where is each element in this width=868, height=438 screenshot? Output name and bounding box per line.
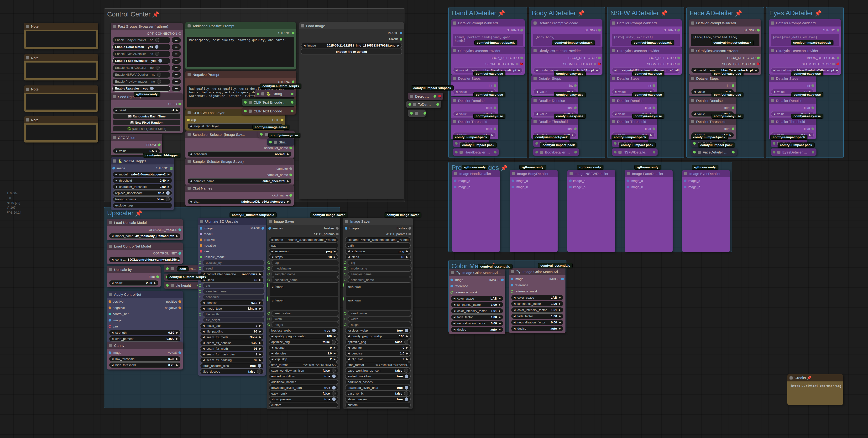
output-dot-mask[interactable] [400, 38, 402, 40]
widget-slot-scheduler-name[interactable]: scheduler_name [348, 277, 411, 283]
decrement-arrow[interactable]: ◀ [115, 173, 117, 176]
decrement-arrow[interactable]: ◀ [773, 90, 775, 93]
input-dot-image-a[interactable] [626, 179, 629, 182]
input-dot-sampler-name[interactable] [268, 273, 270, 275]
widget-custom[interactable]: custom [269, 402, 338, 408]
widget-filename[interactable]: filename%time_%basemodelname_%seed [269, 237, 338, 242]
collapse-box[interactable] [771, 77, 774, 80]
input-dot-positive[interactable] [108, 300, 111, 303]
collapse-box[interactable] [170, 284, 174, 287]
jump-to-group-arrow[interactable]: ➡ [172, 51, 181, 57]
increment-arrow[interactable]: ▶ [176, 363, 178, 367]
widget-filename[interactable]: filename%time_%basemodelname_%seed [345, 237, 411, 242]
toggle-dot[interactable] [332, 398, 336, 401]
collapsed-input-dot[interactable] [455, 142, 458, 145]
widget-easy-remix[interactable]: easy_remixfalse [345, 391, 411, 396]
widget-seam-fix-padding[interactable]: ◀seam_fix_padding32▶ [200, 357, 264, 363]
collapsed-output-dot[interactable] [812, 151, 814, 153]
input-dot-width[interactable] [344, 318, 346, 320]
decrement-arrow[interactable]: ◀ [112, 357, 113, 360]
increment-arrow[interactable]: ▶ [259, 335, 261, 339]
text-widget[interactable] [26, 31, 96, 47]
widget-color-space[interactable]: ◀color_spaceLAB▶ [511, 295, 563, 300]
increment-arrow[interactable]: ▶ [287, 152, 289, 156]
input-dot-cfg[interactable] [268, 261, 270, 264]
group-toggle-enable-face-adetailer[interactable]: Enable Face ADetaileryes [113, 58, 170, 64]
input-dot-clip[interactable] [187, 119, 190, 121]
decrement-arrow[interactable]: ◀ [203, 301, 205, 304]
output-dot-int[interactable] [653, 84, 655, 87]
output-dot-segm-detector[interactable] [594, 63, 596, 65]
widget-slot-modelname[interactable]: modelname [272, 266, 339, 271]
input-dot-image[interactable] [108, 319, 111, 322]
collapse-box[interactable] [533, 77, 536, 80]
increment-arrow[interactable]: ▶ [334, 334, 336, 338]
node-note-3[interactable]: Note [24, 85, 98, 112]
output-dot-ckpt-name[interactable] [289, 194, 292, 197]
node-header[interactable]: 🐍WD14 Tagger [111, 157, 174, 165]
collapse-box[interactable] [413, 103, 416, 106]
widget-slot-sampler-name[interactable]: sampler_name [348, 271, 411, 277]
widget-steps[interactable]: ◀steps18▶ [345, 254, 411, 260]
output-dot-float[interactable] [732, 127, 734, 130]
node-header[interactable]: Detailer Threshold [451, 118, 498, 125]
node-body-adetailer-detector[interactable]: UltralyticsDetectorProviderBBOX_DETECTOR… [531, 47, 602, 75]
decrement-arrow[interactable]: ◀ [693, 112, 695, 116]
collapsed-input-dot[interactable] [614, 142, 617, 145]
toggle-dot[interactable] [155, 45, 158, 49]
node-header[interactable]: Image Saver [343, 218, 413, 225]
decrement-arrow[interactable]: ◀ [614, 112, 616, 116]
decrement-arrow[interactable]: ◀ [773, 112, 775, 116]
collapse-box[interactable] [627, 172, 630, 175]
toggle-dot[interactable] [404, 340, 408, 344]
collapsed-input-dot[interactable] [408, 103, 411, 106]
decrement-arrow[interactable]: ◀ [536, 69, 538, 72]
node-header[interactable]: Note [24, 85, 98, 93]
jump-to-group-arrow[interactable]: ➡ [172, 65, 181, 71]
collapse-box[interactable] [533, 120, 536, 123]
jump-to-group-arrow[interactable]: ➡ [172, 58, 181, 64]
collapsed-output-dot[interactable] [291, 101, 293, 104]
node-header[interactable]: HandDetailer (pipe) [453, 148, 499, 156]
input-dot-tile-width[interactable] [199, 313, 202, 316]
node-image-saver-1[interactable]: Image Saverimageshashesa1111_paramsfilen… [267, 218, 340, 409]
decrement-arrow[interactable]: ◀ [536, 112, 538, 116]
collapsed-input-dot[interactable] [773, 142, 775, 145]
widget-mode-type[interactable]: ◀mode_typeLinear▶ [200, 306, 264, 311]
decrement-arrow[interactable]: ◀ [514, 321, 515, 324]
widget-slot-upscale-by[interactable]: upscale_by [203, 260, 265, 265]
input-dot-image[interactable] [113, 167, 115, 170]
collapse-box[interactable] [771, 22, 774, 25]
increment-arrow[interactable]: ▶ [259, 330, 261, 333]
node-header[interactable]: Note [24, 54, 98, 61]
node-image-color-match-1[interactable]: 🔧Image Color Match Ad...imageIMAGErefere… [449, 269, 505, 334]
node-header[interactable]: Image Saver [267, 218, 340, 225]
decrement-arrow[interactable]: ◀ [112, 282, 113, 285]
output-dot-segm-detector[interactable] [752, 63, 755, 65]
output-dot-image[interactable] [400, 32, 402, 34]
widget-optimize-png[interactable]: optimize_pngfalse [269, 339, 338, 345]
increment-arrow[interactable]: ▶ [499, 297, 501, 300]
group-toggle-enable-body-adetailer[interactable]: Enable Body ADetailerno [113, 37, 170, 43]
increment-arrow[interactable]: ▶ [809, 134, 811, 137]
node-load-upscale-model[interactable]: Load Upscale ModelUPSCALE_MODEL◀model_na… [107, 219, 183, 240]
decrement-arrow[interactable]: ◀ [348, 357, 349, 361]
output-dot-int[interactable] [574, 84, 577, 87]
input-dot-seed-value[interactable] [268, 312, 270, 315]
input-dot-upscale-by[interactable] [199, 261, 202, 264]
input-dot-image[interactable] [451, 279, 453, 281]
widget-slot-cfg[interactable]: cfg [203, 283, 265, 288]
node-eyes-adetailer-pipe[interactable]: EyesDetailer (pipe) [771, 148, 816, 156]
widget-embed-workflow[interactable]: embed_workflowtrue [345, 374, 411, 379]
collapse-box[interactable] [410, 95, 413, 98]
jump-to-group-arrow[interactable]: ➡ [172, 79, 181, 85]
widget-denoise[interactable]: ◀denoise1.0▶ [269, 351, 338, 356]
widget-strength[interactable]: ◀strength0.69▶ [109, 330, 181, 335]
output-dot-string[interactable] [292, 32, 294, 34]
decrement-arrow[interactable]: ◀ [115, 109, 117, 112]
collapsed-input-dot[interactable] [535, 151, 538, 153]
node-header[interactable]: Show Any [267, 139, 294, 146]
input-dot-cfg[interactable] [199, 284, 202, 287]
output-dot-segm-detector[interactable] [516, 63, 519, 65]
node-header[interactable]: BodyDetailer (pipe) [533, 148, 579, 156]
